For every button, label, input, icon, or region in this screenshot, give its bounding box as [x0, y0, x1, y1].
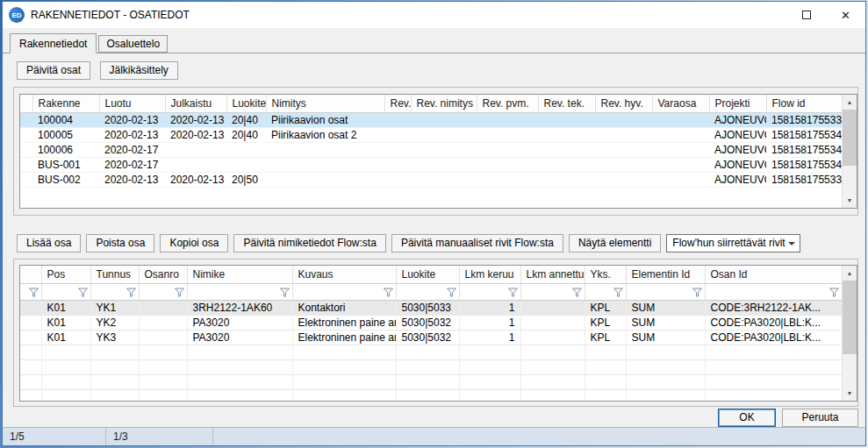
filter-icon[interactable] — [175, 286, 184, 298]
filter-icon[interactable] — [508, 286, 518, 298]
row-selector-cell[interactable] — [20, 315, 41, 330]
cell — [411, 142, 477, 157]
table-row[interactable]: BUS-0022020-02-132020-02-1320|50AJONEUVO… — [20, 172, 842, 187]
column-header[interactable]: Rev. nimitys — [411, 95, 477, 112]
app-icon: ED — [9, 7, 25, 23]
column-header[interactable]: Lkm annettu — [520, 266, 585, 283]
row-selector-cell[interactable] — [20, 330, 41, 345]
column-header[interactable]: Luokite — [396, 266, 459, 283]
filter-cell[interactable] — [292, 283, 396, 300]
column-header[interactable]: Tunnus — [90, 266, 139, 283]
column-header[interactable]: Julkaistu — [165, 95, 226, 112]
column-header[interactable]: Rev. tek. — [538, 95, 595, 112]
column-header[interactable]: Projekti — [709, 95, 766, 112]
filter-cell[interactable] — [396, 283, 459, 300]
column-header[interactable]: Luotu — [99, 95, 165, 112]
filter-cell[interactable] — [705, 283, 842, 300]
filter-icon[interactable] — [384, 286, 393, 298]
ok-button[interactable]: OK — [718, 409, 776, 427]
row-selector-cell[interactable] — [20, 300, 41, 315]
rows-dropdown[interactable]: Flow'hun siirrettävät rivit — [666, 234, 800, 252]
column-header[interactable]: Yks. — [585, 266, 626, 283]
table-row[interactable]: BUS-0012020-02-17AJONEUVO1581581755347 — [20, 157, 842, 172]
scrollbar-thumb[interactable] — [843, 281, 857, 354]
row-selector-cell[interactable] — [20, 112, 32, 127]
filter-icon[interactable] — [447, 286, 456, 298]
scroll-up-icon[interactable]: ▲ — [843, 95, 857, 110]
filter-cell[interactable] — [41, 283, 90, 300]
filter-cell[interactable] — [520, 283, 585, 300]
filter-cell[interactable] — [187, 283, 292, 300]
column-header[interactable]: Pos — [41, 266, 90, 283]
scroll-down-icon[interactable]: ▼ — [843, 386, 857, 401]
column-header[interactable]: Nimike — [187, 266, 292, 283]
cell: AJONEUVO — [709, 157, 766, 172]
cell: KPL — [585, 300, 626, 315]
jalkikasittely-button[interactable]: Jälkikäsittely — [100, 61, 178, 80]
filter-icon[interactable] — [280, 286, 290, 298]
table-row[interactable]: 1000052020-02-132020-02-1320|40Piirikaav… — [20, 127, 842, 142]
column-header[interactable]: Luokite — [226, 95, 266, 112]
filter-icon[interactable] — [78, 286, 88, 298]
row-selector-cell[interactable] — [20, 142, 32, 157]
filter-icon[interactable] — [829, 286, 839, 298]
scroll-down-icon[interactable]: ▼ — [843, 193, 857, 208]
filter-icon[interactable] — [126, 286, 136, 298]
table-row[interactable]: K01YK3PA3020Elektroninen paine anturi503… — [20, 330, 842, 345]
close-button[interactable]: ✕ — [826, 2, 865, 28]
filter-icon[interactable] — [613, 286, 623, 298]
kopioi-osa-button[interactable]: Kopioi osa — [160, 234, 228, 252]
lisaa-osa-button[interactable]: Lisää osa — [17, 234, 81, 252]
tab-rakennetiedot[interactable]: Rakennetiedot — [10, 33, 97, 53]
cell — [266, 157, 384, 172]
column-header[interactable]: Kuvaus — [292, 266, 396, 283]
filter-cell[interactable] — [20, 283, 41, 300]
title-bar[interactable]: ED RAKENNETIEDOT - OSATIEDOT ✕ — [3, 2, 865, 28]
paivita-manuaaliset-button[interactable]: Päivitä manuaaliset rivit Flow:sta — [391, 234, 563, 252]
column-header[interactable]: Elementin Id — [626, 266, 705, 283]
empty-row — [20, 345, 842, 359]
table-row[interactable]: K01YK13RH2122-1AK60Kontaktori5030|50331K… — [20, 300, 842, 315]
poista-osa-button[interactable]: Poista osa — [86, 234, 154, 252]
row-selector-cell[interactable] — [20, 172, 32, 187]
column-header[interactable]: Rev. — [384, 95, 411, 112]
structures-scrollbar[interactable]: ▲ ▼ — [842, 95, 857, 208]
nayta-elementti-button[interactable]: Näytä elementti — [569, 234, 661, 252]
parts-scrollbar[interactable]: ▲ ▼ — [842, 266, 857, 401]
tab-osaluettelo[interactable]: Osaluettelo — [98, 35, 168, 53]
paivita-nimiketiedot-button[interactable]: Päivitä nimiketiedot Flow:sta — [233, 234, 385, 252]
filter-cell[interactable] — [139, 283, 187, 300]
table-row[interactable]: 1000062020-02-17AJONEUVO1581581755349 — [20, 142, 842, 157]
cancel-button[interactable]: Peruuta — [782, 409, 858, 427]
cell: YK2 — [90, 315, 139, 330]
paivita-osat-button[interactable]: Päivitä osat — [17, 61, 90, 80]
filter-cell[interactable] — [90, 283, 139, 300]
cell — [538, 172, 595, 187]
filter-icon[interactable] — [572, 286, 582, 298]
cell: 2020-02-17 — [99, 142, 165, 157]
filter-icon[interactable] — [29, 286, 39, 298]
column-header[interactable]: Rakenne — [32, 95, 99, 112]
cell: YK3 — [90, 330, 139, 345]
cell — [538, 157, 595, 172]
filter-cell[interactable] — [626, 283, 705, 300]
column-header[interactable]: Osan Id — [705, 266, 842, 283]
column-header[interactable]: Varaosa — [652, 95, 709, 112]
table-row[interactable]: K01YK2PA3020Elektroninen paine anturi503… — [20, 315, 842, 330]
cell: AJONEUVO — [709, 142, 766, 157]
column-header[interactable]: Lkm keruu — [459, 266, 520, 283]
column-header[interactable]: Rev. pvm. — [477, 95, 538, 112]
row-selector-cell[interactable] — [20, 157, 32, 172]
maximize-button[interactable] — [786, 2, 826, 28]
filter-icon[interactable] — [692, 286, 702, 298]
column-header[interactable]: Nimitys — [266, 95, 384, 112]
filter-cell[interactable] — [459, 283, 520, 300]
filter-cell[interactable] — [585, 283, 626, 300]
scroll-up-icon[interactable]: ▲ — [843, 266, 857, 281]
scrollbar-thumb[interactable] — [843, 110, 857, 166]
column-header[interactable]: Flow id — [766, 95, 842, 112]
column-header[interactable]: Osanro — [139, 266, 187, 283]
table-row[interactable]: 1000042020-02-132020-02-1320|40Piirikaav… — [20, 112, 842, 127]
row-selector-cell[interactable] — [20, 127, 32, 142]
column-header[interactable]: Rev. hyv. — [595, 95, 652, 112]
